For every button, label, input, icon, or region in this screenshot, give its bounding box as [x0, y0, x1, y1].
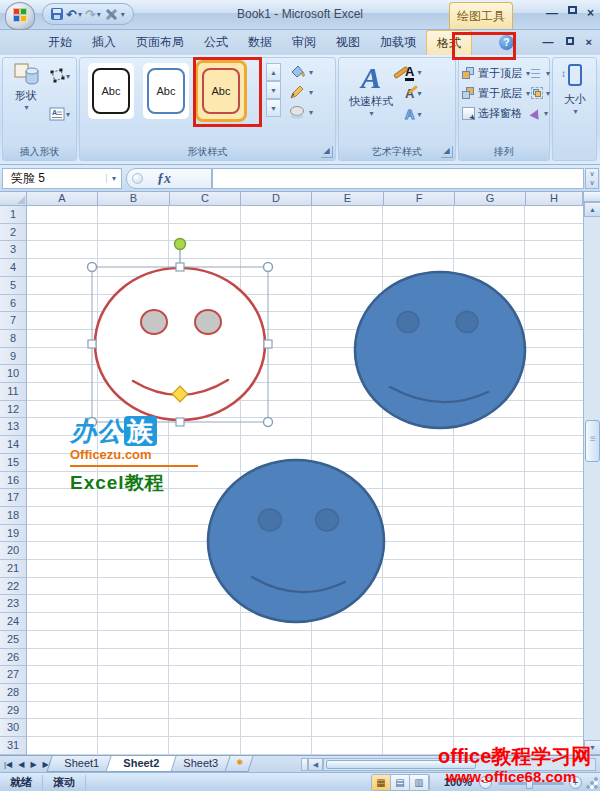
tab-审阅[interactable]: 审阅 — [282, 30, 326, 55]
watermark: 办公族 Officezu.com Excel教程 — [70, 414, 220, 496]
shape-outline-icon — [289, 84, 306, 100]
tab-插入[interactable]: 插入 — [82, 30, 126, 55]
smiley-blue-top[interactable] — [355, 272, 525, 428]
save-button[interactable] — [51, 8, 63, 20]
redo-button[interactable]: ↷▾ — [85, 7, 101, 22]
text-outline-button[interactable]: A▾ — [405, 83, 421, 104]
undo-button[interactable]: ↶▾ — [66, 7, 82, 22]
ribbon-tabs: 开始插入页面布局公式数据审阅视图加载项格式 — [38, 30, 472, 55]
shapes-dropdown-icon: ▾ — [24, 103, 28, 112]
resize-grip[interactable] — [586, 777, 598, 789]
vertical-scroll-thumb[interactable] — [585, 420, 600, 462]
status-ready: 就绪 — [0, 775, 43, 790]
fx-icon: ƒx — [157, 171, 171, 187]
send-to-back-icon — [462, 87, 475, 100]
title-bar: ↶▾ ↷▾ ▾ Book1 - Microsoft Excel 绘图工具 — × — [0, 0, 600, 30]
status-scroll-lock: 滚动 — [43, 775, 86, 790]
selection-pane-button[interactable]: 选择窗格 — [462, 103, 530, 123]
name-box[interactable]: 笑脸 5 ▾ — [2, 168, 122, 189]
next-sheet-button[interactable]: ▶ — [30, 760, 36, 769]
svg-text:A: A — [52, 109, 57, 116]
edit-shape-icon — [49, 68, 65, 84]
tab-开始[interactable]: 开始 — [38, 30, 82, 55]
close-button[interactable]: × — [587, 6, 594, 20]
tab-页面布局[interactable]: 页面布局 — [126, 30, 194, 55]
worksheet-grid: ABCDEFGH 1234567891011121314151617181920… — [0, 192, 600, 755]
text-box-button[interactable]: A ▾ — [49, 106, 70, 122]
prev-sheet-button[interactable]: ◀ — [18, 760, 24, 769]
shapes-button[interactable]: 形状 ▾ — [7, 62, 45, 142]
vertical-split-handle[interactable] — [584, 192, 600, 202]
expand-formula-bar-button[interactable]: ∨∨ — [585, 168, 599, 189]
formula-bar: 笑脸 5 ▾ ƒx ∨∨ — [0, 165, 600, 192]
insert-function-button[interactable]: ƒx — [126, 168, 212, 189]
workbook-restore-button[interactable] — [566, 37, 574, 45]
minimize-button[interactable]: — — [546, 6, 558, 20]
insert-worksheet-button[interactable] — [224, 756, 253, 772]
size-button[interactable]: 大小 ▾ — [556, 64, 594, 154]
page-break-view-button[interactable]: ▥ — [410, 775, 429, 790]
text-effects-icon: A — [405, 107, 414, 122]
ribbon: 形状 ▾ ▾ A ▾ 插入形状 AbcAbcAbc — [0, 55, 600, 165]
normal-view-button[interactable]: ▦ — [372, 775, 391, 790]
page-layout-view-button[interactable]: ▤ — [391, 775, 410, 790]
wordart-dialog-launcher[interactable]: ◢ — [441, 146, 453, 158]
shape-styles-dialog-launcher[interactable]: ◢ — [321, 146, 333, 158]
tab-split-handle[interactable] — [301, 758, 308, 771]
excel-window: ↶▾ ↷▾ ▾ Book1 - Microsoft Excel 绘图工具 — ×… — [0, 0, 600, 791]
sheet-tab-Sheet2[interactable]: Sheet2 — [105, 756, 176, 772]
shape-fill-button[interactable]: ▾ — [286, 62, 332, 82]
rotate-button[interactable]: ▾ — [531, 103, 550, 123]
tab-公式[interactable]: 公式 — [194, 30, 238, 55]
name-box-dropdown-icon[interactable]: ▾ — [106, 174, 121, 183]
group-wordart-styles: A 快速样式 ▾ A▾ A▾ A▾ 艺术字样式 ◢ — [338, 57, 456, 161]
qat-customize-icon[interactable]: ▾ — [121, 10, 125, 19]
view-shortcuts: ▦ ▤ ▥ — [371, 774, 430, 791]
first-sheet-button[interactable]: |◀ — [4, 760, 12, 769]
tab-加载项[interactable]: 加载项 — [370, 30, 426, 55]
scroll-left-button[interactable]: ◀ — [308, 758, 323, 771]
smiley-blue-bottom[interactable] — [208, 460, 384, 622]
restore-button[interactable] — [568, 6, 577, 14]
shape-effects-button[interactable]: ▾ — [286, 102, 332, 122]
office-button[interactable] — [5, 2, 35, 30]
workbook-minimize-button[interactable]: — — [543, 36, 554, 48]
group-button[interactable]: ▾ — [531, 83, 550, 103]
text-fill-button[interactable]: A▾ — [405, 62, 421, 83]
align-button[interactable]: ———▾ — [531, 63, 550, 83]
tab-数据[interactable]: 数据 — [238, 30, 282, 55]
bring-to-front-button[interactable]: 置于顶层▾ — [462, 63, 530, 83]
redo-dropdown-icon: ▾ — [97, 10, 101, 19]
size-icon — [568, 64, 582, 86]
group-label-wordart: 艺术字样式 — [339, 143, 455, 160]
office-logo-icon — [13, 8, 27, 22]
shape-style-thumbnail-2[interactable]: Abc — [143, 63, 189, 119]
text-fill-icon: A — [405, 65, 414, 81]
edit-shape-button[interactable]: ▾ — [49, 68, 70, 84]
styles-more-button[interactable]: ▼ — [266, 99, 281, 117]
group-arrange: 置于顶层▾ 置于底层▾ 选择窗格 ———▾ ▾ ▾ 排列 — [458, 57, 550, 161]
formula-input[interactable] — [212, 168, 584, 189]
shape-style-thumbnail-1[interactable]: Abc — [88, 63, 134, 119]
annotation-format-tab — [452, 32, 516, 60]
text-effects-button[interactable]: A▾ — [405, 104, 421, 125]
styles-scroll-down-button[interactable]: ▼ — [266, 81, 281, 99]
bring-to-front-icon — [462, 67, 475, 80]
tab-视图[interactable]: 视图 — [326, 30, 370, 55]
rotation-handle — [175, 239, 186, 250]
shapes-icon — [13, 62, 39, 88]
tools-button[interactable] — [104, 8, 117, 21]
watermark-brand: 办公族 — [70, 414, 220, 449]
quick-styles-button[interactable]: A 快速样式 ▾ — [345, 62, 397, 142]
scroll-up-button[interactable]: ▲ — [584, 202, 600, 217]
group-label-arrange: 排列 — [459, 143, 549, 160]
overlay-site-title: office教程学习网 — [438, 743, 591, 770]
undo-dropdown-icon[interactable]: ▾ — [78, 10, 82, 19]
send-to-back-button[interactable]: 置于底层▾ — [462, 83, 530, 103]
shape-outline-button[interactable]: ▾ — [286, 82, 332, 102]
workbook-close-button[interactable]: × — [586, 36, 592, 48]
group-size: 大小 ▾ — [552, 57, 597, 161]
shape-effects-icon — [289, 104, 306, 120]
styles-scroll-up-button[interactable]: ▲ — [266, 63, 281, 81]
vertical-scrollbar[interactable]: ▲ ▼ — [583, 192, 600, 755]
